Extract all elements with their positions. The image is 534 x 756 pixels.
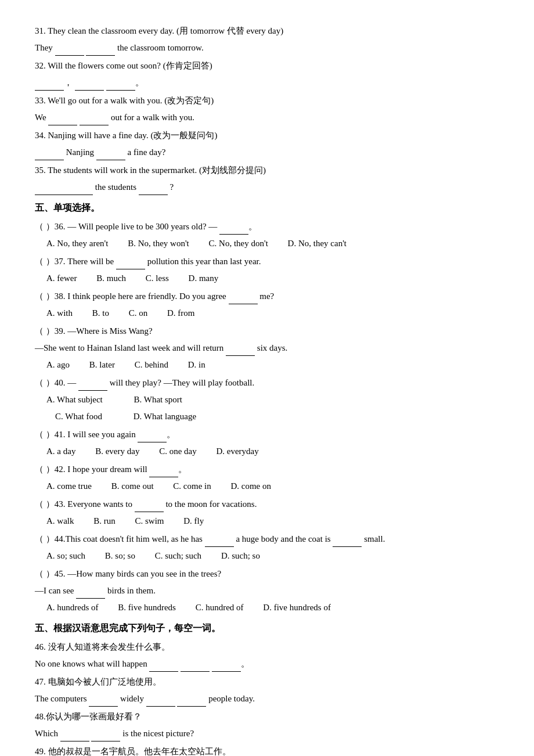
- q47-en: The computers widely people today.: [35, 691, 499, 707]
- q34-answer: Nanjing a fine day?: [35, 145, 499, 160]
- q40-options-2: C. What food D. What language: [46, 409, 499, 424]
- q45-question-b: —I can see birds in them.: [35, 583, 499, 599]
- q47-cn: 47. 电脑如今被人们广泛地使用。: [35, 674, 499, 690]
- q49-cn: 49. 他的叔叔是一名宇航员。他去年在太空站工作。: [35, 744, 499, 756]
- q46-en: No one knows what will happen 。: [35, 656, 499, 672]
- q35-answer: the students ?: [35, 179, 499, 195]
- q44-options: A. so; such B. so; so C. such; such D. s…: [46, 548, 499, 564]
- q39-question-b: —She went to Hainan Island last week and…: [35, 340, 499, 356]
- q39-question-a: （ ）39. —Where is Miss Wang?: [35, 323, 499, 339]
- q34-prompt: 34. Nanjing will have a fine day. (改为一般疑…: [35, 128, 499, 143]
- q37-options: A. fewer B. much C. less D. many: [46, 271, 499, 286]
- q38-question: （ ）38. I think people here are friendly.…: [35, 289, 499, 304]
- q36-question: （ ）36. — Will people live to be 300 year…: [35, 219, 499, 235]
- q42-options: A. come true B. come out C. come in D. c…: [46, 478, 499, 494]
- q43-question: （ ）43. Everyone wants to to the moon for…: [35, 496, 499, 512]
- q45-question-a: （ ）45. —How many birds can you see in th…: [35, 566, 499, 582]
- q44-question: （ ）44.This coat doesn't fit him well, as…: [35, 531, 499, 547]
- q32-prompt: 32. Will the flowers come out soon? (作肯定…: [35, 58, 499, 74]
- q46-cn: 46. 没有人知道将来会发生什么事。: [35, 639, 499, 655]
- q35-prompt: 35. The students will work in the superm…: [35, 163, 499, 178]
- q33-answer: We out for a walk with you.: [35, 110, 499, 125]
- q38-options: A. with B. to C. on D. from: [46, 305, 499, 321]
- q43-options: A. walk B. run C. swim D. fly: [46, 513, 499, 529]
- q45-options: A. hundreds of B. five hundreds C. hundr…: [46, 600, 499, 615]
- section2-title: 五、根据汉语意思完成下列句子，每空一词。: [35, 620, 499, 637]
- section1-title: 五、单项选择。: [35, 200, 499, 217]
- q41-options: A. a day B. every day C. one day D. ever…: [46, 444, 499, 459]
- q36-options: A. No, they aren't B. No, they won't C. …: [46, 236, 499, 251]
- q40-options: A. What subject B. What sport: [46, 392, 499, 408]
- q32-answer: ， 。: [35, 75, 499, 91]
- q31-line: They the classroom tomorrow.: [35, 40, 499, 56]
- q48-en: Which is the nicest picture?: [35, 726, 499, 741]
- q39-options: A. ago B. later C. behind D. in: [46, 357, 499, 373]
- q31-prompt: 31. They clean the classroom every day. …: [35, 23, 499, 39]
- q33-prompt: 33. We'll go out for a walk with you. (改…: [35, 93, 499, 109]
- q37-question: （ ）37. There will be pollution this year…: [35, 254, 499, 269]
- q42-question: （ ）42. I hope your dream will 。: [35, 462, 499, 477]
- q41-question: （ ）41. I will see you again 。: [35, 427, 499, 442]
- q48-cn: 48.你认为哪一张画最好看？: [35, 709, 499, 725]
- q40-question: （ ）40. — will they play? —They will play…: [35, 375, 499, 391]
